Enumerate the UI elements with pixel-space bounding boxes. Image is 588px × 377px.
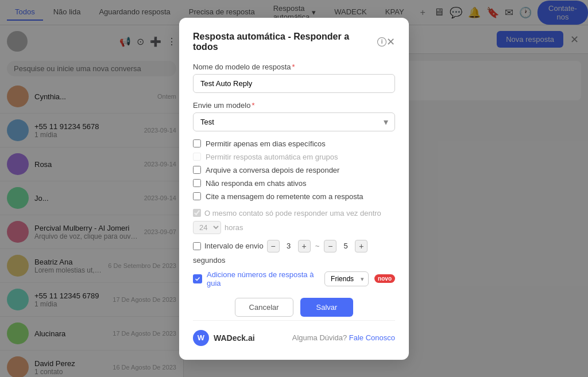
interval-min-control: − 3 + xyxy=(267,240,311,252)
interval-max-minus[interactable]: − xyxy=(324,240,336,252)
template-form-group: Envie um modelo* Test xyxy=(193,101,395,131)
interval-min-minus[interactable]: − xyxy=(267,240,280,252)
cancel-button[interactable]: Cancelar xyxy=(235,298,293,317)
checkbox-specific-days[interactable]: Permitir apenas em dias específicos xyxy=(193,139,395,148)
brand-question: Alguma Dúvida? Fale Conosco xyxy=(292,333,395,342)
novo-badge: novo xyxy=(374,274,395,283)
modal-header: Resposta automática - Responder a todos … xyxy=(193,32,395,52)
info-icon[interactable]: i xyxy=(377,37,386,46)
checkbox-archive[interactable]: Arquive a conversa depois de responder xyxy=(193,166,395,174)
modal-footer-buttons: Cancelar Salvar xyxy=(193,298,395,317)
groups-checkbox xyxy=(193,153,201,161)
interval-min-plus[interactable]: + xyxy=(298,240,311,252)
brand-contact-link[interactable]: Fale Conosco xyxy=(349,333,395,342)
brand-logo: W xyxy=(193,330,209,346)
modal-close-button[interactable]: ✕ xyxy=(386,36,395,48)
archive-checkbox[interactable] xyxy=(193,166,201,174)
same-contact-checkbox xyxy=(193,209,201,217)
guide-checkbox[interactable] xyxy=(193,274,202,283)
brand-name: WADeck.ai xyxy=(214,333,255,343)
same-contact-row: O mesmo contato só pode responder uma ve… xyxy=(193,209,395,234)
name-label: Nome do modelo de resposta* xyxy=(193,63,395,71)
options-checkboxes: Permitir apenas em dias específicos Perm… xyxy=(193,139,395,201)
name-form-group: Nome do modelo de resposta* xyxy=(193,63,395,93)
checkbox-no-active[interactable]: Não responda em chats ativos xyxy=(193,179,395,188)
auto-reply-modal: Resposta automática - Responder a todos … xyxy=(179,18,409,360)
checkbox-cite[interactable]: Cite a mensagem do remetente com a respo… xyxy=(193,192,395,201)
template-select-wrapper: Test xyxy=(193,112,395,131)
checkbox-groups: Permitir resposta automática em grupos xyxy=(193,153,395,161)
template-label: Envie um modelo* xyxy=(193,101,395,110)
guide-select[interactable]: Friends xyxy=(324,271,369,286)
name-input[interactable] xyxy=(193,74,395,93)
guide-select-wrapper: Friends novo xyxy=(324,271,395,286)
interval-max-control: − 5 + xyxy=(324,240,368,252)
no-active-checkbox[interactable] xyxy=(193,179,201,187)
modal-brand: W WADeck.ai Alguma Dúvida? Fale Conosco xyxy=(193,320,395,346)
save-button[interactable]: Salvar xyxy=(300,298,354,317)
guide-row: Adicione números de resposta à guia Frie… xyxy=(193,270,395,287)
interval-row: Intervalo de envio − 3 + ~ − 5 + segundo… xyxy=(193,240,395,265)
interval-max-value: 5 xyxy=(338,242,354,250)
cite-checkbox[interactable] xyxy=(193,192,201,200)
guide-select-wrap: Friends xyxy=(324,271,369,286)
template-select[interactable]: Test xyxy=(193,112,395,131)
interval-max-plus[interactable]: + xyxy=(355,240,368,252)
interval-min-value: 3 xyxy=(281,242,297,250)
hours-select: 24 xyxy=(193,221,221,234)
modal-title: Resposta automática - Responder a todos … xyxy=(193,32,386,52)
specific-days-checkbox[interactable] xyxy=(193,139,201,147)
modal-overlay: Resposta automática - Responder a todos … xyxy=(0,0,588,377)
guide-label[interactable]: Adicione números de resposta à guia xyxy=(207,270,320,287)
interval-checkbox[interactable] xyxy=(193,242,201,250)
